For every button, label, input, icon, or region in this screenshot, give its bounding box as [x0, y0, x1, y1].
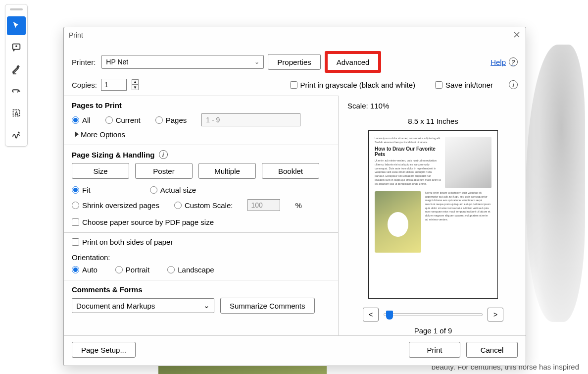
page-slider[interactable]: [384, 313, 483, 316]
help-icon: ?: [509, 57, 518, 66]
pages-current-radio[interactable]: Current: [105, 116, 141, 124]
scale-label: Scale: 110%: [347, 102, 389, 110]
printer-select[interactable]: HP Net ⌄: [101, 55, 264, 69]
shrink-radio[interactable]: Shrink oversized pages: [72, 201, 159, 210]
text-select-tool[interactable]: A: [7, 104, 26, 122]
pages-to-print-section: Pages to Print All Current Pages More Op…: [64, 96, 338, 145]
print-dialog: Print Printer: HP Net ⌄ Properties Advan…: [63, 27, 526, 366]
eraser-icon: [11, 86, 22, 97]
pages-all-radio[interactable]: All: [72, 116, 91, 124]
page-indicator: Page 1 of 9: [414, 326, 452, 335]
orient-landscape-radio[interactable]: Landscape: [167, 266, 214, 274]
copies-up[interactable]: ▲: [132, 79, 139, 85]
chevron-down-icon: ⌄: [203, 301, 210, 310]
slider-thumb[interactable]: [386, 311, 393, 320]
preview-image-2: [375, 191, 421, 253]
page-sizing-section: Page Sizing & Handling i Size Poster Mul…: [64, 145, 338, 233]
preview-doc-title: How to Draw Our Favorite Pets: [375, 146, 441, 157]
page-setup-button[interactable]: Page Setup...: [72, 342, 136, 358]
comments-section: Comments & Forms Document and Markups ⌄ …: [64, 280, 338, 320]
size-tab[interactable]: Size: [72, 163, 129, 179]
text-select-icon: A: [11, 107, 22, 118]
preview-image-1: [445, 137, 491, 188]
pencil-icon: [11, 64, 22, 75]
chevron-down-icon: ⌄: [254, 58, 259, 65]
cursor-icon: [11, 20, 22, 31]
copies-spinner[interactable]: ▲ ▼: [132, 79, 139, 90]
save-ink-checkbox[interactable]: Save ink/toner: [435, 81, 493, 89]
dialog-title: Print: [69, 31, 83, 39]
close-icon: [513, 31, 521, 39]
copies-input[interactable]: 1: [101, 79, 127, 91]
comment-plus-icon: [11, 42, 22, 53]
dialog-titlebar: Print: [64, 27, 526, 43]
next-page-button[interactable]: >: [488, 308, 503, 321]
pages-heading: Pages to Print: [72, 101, 330, 109]
svg-text:A: A: [14, 110, 18, 116]
orient-auto-radio[interactable]: Auto: [72, 266, 98, 274]
more-options-toggle[interactable]: More Options: [75, 130, 330, 139]
signature-icon: [11, 129, 22, 140]
actual-radio[interactable]: Actual size: [150, 186, 196, 194]
dialog-header: Printer: HP Net ⌄ Properties Advanced He…: [64, 43, 526, 96]
custom-scale-radio[interactable]: Custom Scale:: [174, 201, 233, 210]
close-button[interactable]: [513, 31, 521, 40]
select-tool[interactable]: [7, 16, 26, 35]
info-icon[interactable]: i: [159, 150, 168, 159]
duplex-orientation-section: Print on both sides of paper Orientation…: [64, 233, 338, 280]
dialog-footer: Page Setup... Print Cancel: [64, 335, 526, 366]
erase-tool[interactable]: [7, 82, 26, 101]
help-label: Help: [490, 58, 506, 66]
background-strip: [158, 365, 327, 374]
advanced-highlight: Advanced: [325, 51, 382, 73]
copies-down[interactable]: ▼: [132, 85, 139, 90]
vertical-toolbar: A: [5, 4, 28, 147]
pages-range-radio[interactable]: Pages: [155, 116, 187, 124]
preview-panel: Scale: 110% 8.5 x 11 Inches Lorem ipsum …: [339, 96, 526, 335]
fit-radio[interactable]: Fit: [72, 186, 91, 194]
cancel-button[interactable]: Cancel: [466, 342, 518, 358]
highlight-tool[interactable]: [7, 60, 26, 79]
toolbar-grip[interactable]: [10, 8, 23, 10]
sizing-heading: Page Sizing & Handling i: [72, 150, 330, 159]
printer-label: Printer:: [72, 58, 96, 66]
multiple-tab[interactable]: Multiple: [198, 163, 256, 179]
help-link[interactable]: Help ?: [490, 57, 518, 66]
booklet-tab[interactable]: Booklet: [262, 163, 319, 179]
custom-scale-input[interactable]: [247, 199, 280, 211]
comment-tool[interactable]: [7, 38, 26, 57]
comments-heading: Comments & Forms: [72, 285, 330, 294]
info-icon[interactable]: i: [509, 80, 518, 89]
sign-tool[interactable]: [7, 125, 26, 144]
choose-paper-checkbox[interactable]: Choose paper source by PDF page size: [72, 218, 330, 226]
poster-tab[interactable]: Poster: [135, 163, 193, 179]
options-panel: Pages to Print All Current Pages More Op…: [64, 96, 339, 335]
print-button[interactable]: Print: [409, 342, 460, 358]
orient-portrait-radio[interactable]: Portrait: [115, 266, 149, 274]
duplex-checkbox[interactable]: Print on both sides of paper: [72, 238, 330, 246]
comments-select[interactable]: Document and Markups ⌄: [72, 298, 214, 313]
summarize-comments-button[interactable]: Summarize Comments: [220, 298, 315, 314]
page-preview: Lorem ipsum dolor sit amet, consectetur …: [368, 130, 498, 299]
background-illustration: [526, 45, 585, 322]
pages-range-input[interactable]: [201, 113, 300, 126]
triangle-right-icon: [75, 131, 79, 137]
prev-page-button[interactable]: <: [363, 308, 379, 321]
advanced-button[interactable]: Advanced: [328, 54, 379, 70]
copies-label: Copies:: [72, 81, 97, 89]
grayscale-checkbox[interactable]: Print in grayscale (black and white): [290, 81, 416, 89]
paper-size-label: 8.5 x 11 Inches: [408, 117, 458, 125]
printer-value: HP Net: [106, 58, 128, 66]
properties-button[interactable]: Properties: [268, 54, 320, 70]
orientation-heading: Orientation:: [72, 253, 330, 262]
